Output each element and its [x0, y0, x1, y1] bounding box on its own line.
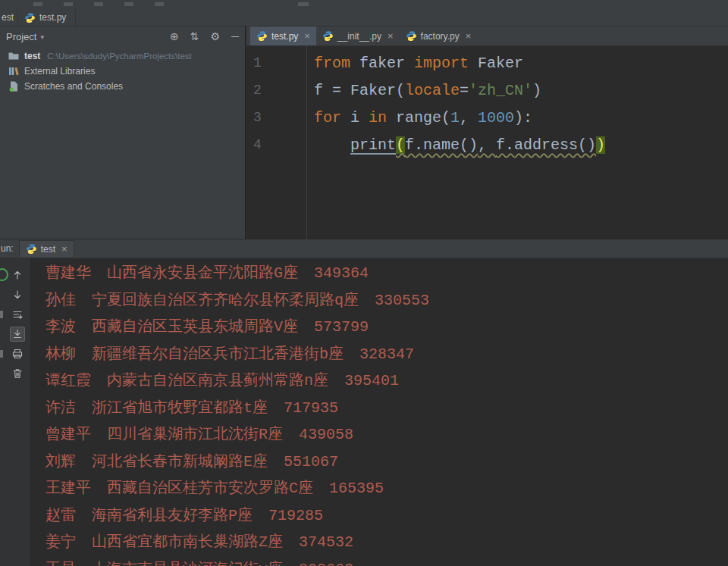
project-view-dropdown[interactable]: Project ▾	[6, 31, 44, 42]
code-line: 2f = Faker(locale='zh_CN')	[246, 77, 728, 104]
code-token: Faker	[469, 55, 523, 72]
python-icon	[26, 243, 37, 255]
titlebar-icon-fragment	[124, 2, 133, 6]
print-icon[interactable]	[10, 346, 25, 361]
code-text[interactable]: for i in range(1, 1000):	[306, 109, 532, 127]
line-number: 1	[246, 55, 306, 70]
code-token: )	[596, 136, 605, 154]
line-number: 3	[246, 110, 306, 125]
titlebar-icon-fragment	[94, 2, 103, 6]
console-line: 曹建华 山西省永安县金平沈阳路G座 349364	[46, 260, 728, 287]
console-line: 王昌 上海市南昌县沙河海门街y座 809662	[46, 556, 728, 566]
code-token: print	[350, 136, 396, 154]
down-arrow-icon[interactable]	[10, 287, 25, 302]
soft-wrap-icon[interactable]	[10, 307, 25, 322]
scratches-icon	[8, 80, 20, 92]
code-token: ,	[460, 109, 478, 127]
close-icon[interactable]: ×	[466, 30, 472, 42]
editor-tab-bar: test.py×__init__.py×factory.py×	[246, 27, 728, 46]
delete-icon[interactable]	[10, 366, 25, 381]
run-tab-test[interactable]: test ×	[19, 240, 74, 257]
editor-area: test.py×__init__.py×factory.py× 1from fa…	[246, 27, 728, 239]
console-output[interactable]: 曹建华 山西省永安县金平沈阳路G座 349364孙佳 宁夏回族自治区齐齐哈尔县怀…	[31, 258, 728, 566]
python-icon	[256, 30, 268, 42]
line-number: 2	[246, 83, 306, 98]
tree-item-label: test	[24, 51, 40, 61]
code-token: 1000	[478, 109, 514, 127]
python-icon	[322, 30, 334, 42]
run-panel-label: un:	[0, 243, 14, 254]
toolbar-icon-fragment	[0, 311, 3, 318]
code-text[interactable]: print(f.name(), f.address())	[306, 136, 605, 154]
console-line: 王建平 西藏自治区桂芳市安次罗路C座 165395	[46, 475, 728, 502]
code-token: f.name()	[405, 136, 478, 154]
console-line: 曾建平 四川省巢湖市江北沈街R座 439058	[46, 421, 728, 449]
code-token: faker	[350, 55, 414, 72]
collapse-all-icon[interactable]: ⇅	[190, 30, 199, 42]
python-icon	[24, 12, 36, 23]
console-line: 赵雷 海南省利县友好李路P座 719285	[46, 502, 728, 530]
pycharm-window: est test.py Project ▾ ⊕⇅⚙─ testC:\Users\…	[0, 0, 728, 566]
settings-gear-icon[interactable]: ⚙	[211, 30, 221, 42]
console-line: 李波 西藏自治区玉英县东城周路V座 573799	[46, 314, 728, 341]
editor-tab-label: test.py	[271, 31, 298, 42]
tree-item-external-libraries[interactable]: External Libraries	[0, 64, 245, 79]
editor-tab-__init__.py[interactable]: __init__.py×	[316, 27, 400, 45]
project-tree: testC:\Users\sdudy\PycharmProjects\testE…	[0, 46, 245, 94]
titlebar-icon-fragment	[155, 2, 164, 6]
tree-item-path: C:\Users\sdudy\PycharmProjects\test	[47, 52, 191, 61]
code-token: for	[314, 109, 341, 127]
editor-tab-label: factory.py	[421, 31, 460, 42]
code-token: 'zh_CN'	[469, 82, 532, 99]
tree-item-label: External Libraries	[24, 66, 95, 77]
tree-item-test[interactable]: testC:\Users\sdudy\PycharmProjects\test	[0, 48, 245, 64]
code-token: =	[460, 82, 469, 99]
titlebar-icon-fragment	[298, 2, 309, 6]
titlebar-icon-fragment	[33, 2, 42, 6]
tree-item-label: Scratches and Consoles	[24, 81, 123, 92]
code-token: f.address()	[496, 136, 596, 154]
up-arrow-icon[interactable]	[10, 267, 25, 283]
project-panel-header: Project ▾ ⊕⇅⚙─	[0, 27, 245, 46]
editor-tab-test.py[interactable]: test.py×	[250, 27, 316, 45]
run-tab-label: test	[41, 244, 55, 255]
code-token: ):	[514, 109, 532, 127]
folder-icon	[8, 50, 20, 62]
editor-tab-factory.py[interactable]: factory.py×	[400, 27, 478, 45]
breadcrumb-file[interactable]: test.py	[17, 9, 76, 26]
line-number: 4	[246, 137, 306, 152]
run-tool-window: un: test × 曹建华 山西省永安县金平沈阳路G座 349364孙佳 宁夏…	[0, 239, 728, 566]
locate-file-icon[interactable]: ⊕	[170, 30, 179, 42]
console-line: 谭红霞 内蒙古自治区南京县蓟州常路n座 395401	[46, 367, 728, 395]
code-token: i	[341, 109, 369, 127]
tree-item-scratches-and-consoles[interactable]: Scratches and Consoles	[0, 79, 245, 94]
code-token: (	[396, 136, 405, 154]
console-line: 许洁 浙江省旭市牧野宜都路t座 717935	[46, 395, 728, 422]
editor-body[interactable]: 1from faker import Faker2f = Faker(local…	[246, 46, 728, 239]
code-line: 4 print(f.name(), f.address())	[246, 131, 728, 158]
code-token: f = Faker(	[314, 82, 405, 99]
code-line: 1from faker import Faker	[246, 49, 728, 77]
editor-tab-label: __init__.py	[337, 31, 381, 42]
titlebar	[0, 0, 728, 9]
run-panel-header: un: test ×	[0, 239, 728, 258]
navigation-bar: est test.py	[0, 9, 728, 27]
breadcrumb-project[interactable]: est	[0, 12, 17, 23]
console-line: 姜宁 山西省宜都市南长巢湖路Z座 374532	[46, 529, 728, 556]
code-token: locale	[405, 82, 460, 99]
code-text[interactable]: f = Faker(locale='zh_CN')	[306, 82, 541, 99]
rerun-icon-fragment[interactable]	[0, 268, 8, 281]
close-icon[interactable]: ×	[388, 30, 394, 42]
scroll-to-end-icon[interactable]	[10, 327, 25, 342]
gutter-separator	[306, 46, 307, 239]
close-icon[interactable]: ×	[61, 243, 67, 255]
code-token: )	[532, 82, 541, 99]
close-icon[interactable]: ×	[304, 30, 310, 42]
code-token: from	[314, 55, 350, 72]
code-token: in	[369, 109, 387, 127]
hide-panel-icon[interactable]: ─	[231, 30, 239, 42]
run-panel-body: 曹建华 山西省永安县金平沈阳路G座 349364孙佳 宁夏回族自治区齐齐哈尔县怀…	[0, 258, 728, 566]
code-lines: 1from faker import Faker2f = Faker(local…	[246, 46, 728, 158]
code-text[interactable]: from faker import Faker	[306, 55, 523, 72]
chevron-down-icon: ▾	[40, 32, 44, 41]
